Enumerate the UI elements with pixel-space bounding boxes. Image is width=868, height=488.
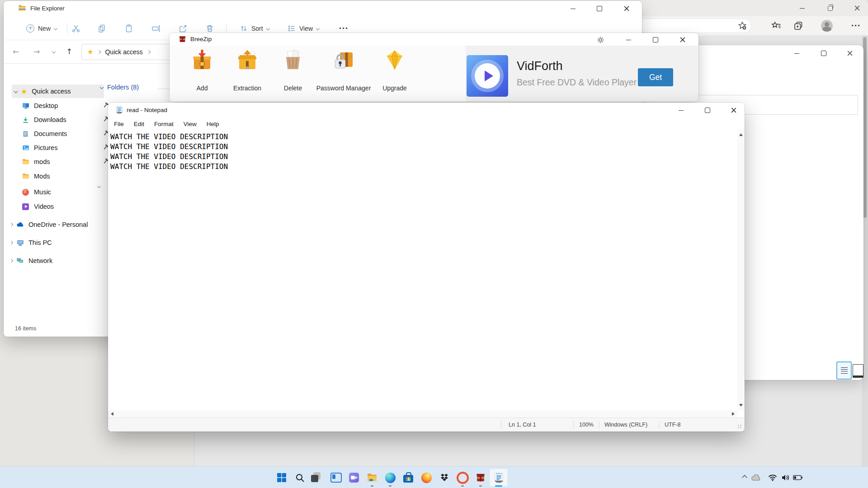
menu-help[interactable]: Help (202, 121, 224, 127)
vertical-scrollbar[interactable] (737, 130, 745, 410)
password-manager-button[interactable]: Password Manager (316, 49, 371, 98)
menu-file[interactable]: File (109, 121, 129, 127)
breezip-close-button[interactable] (673, 33, 693, 47)
resize-grip[interactable] (737, 424, 742, 429)
music-icon (22, 188, 29, 196)
cut-button[interactable] (67, 19, 85, 38)
fe-maximize-button[interactable] (590, 2, 609, 15)
favorites-button[interactable] (770, 20, 782, 32)
scroll-down-arrow[interactable] (739, 404, 743, 407)
up-button[interactable]: ↑ (62, 45, 76, 58)
paste-button[interactable] (120, 19, 138, 38)
chevron-right-icon (97, 50, 101, 54)
toolbar-divider (226, 23, 226, 34)
add-button[interactable]: Add (179, 49, 225, 98)
menu-edit[interactable]: Edit (129, 121, 149, 127)
tool-label: Add (197, 84, 208, 92)
taskbar-origin[interactable] (453, 469, 472, 487)
add-favorite-icon[interactable] (738, 21, 747, 30)
get-button[interactable]: Get (638, 68, 673, 86)
viewer-maximize-button[interactable] (814, 47, 834, 60)
horizontal-scrollbar[interactable] (108, 410, 737, 418)
sidebar-item-network[interactable]: Network (8, 254, 100, 267)
edge-restore-button[interactable] (820, 1, 840, 15)
breezip-minimize-button[interactable] (618, 33, 638, 47)
taskbar-dropbox[interactable] (435, 469, 453, 487)
breadcrumb-root[interactable]: Quick access (105, 48, 142, 56)
chevron-right-icon (9, 223, 13, 226)
sidebar-scroll-chevron[interactable] (98, 181, 100, 189)
sidebar-item-label: Documents (34, 130, 67, 137)
upgrade-button[interactable]: Upgrade (372, 49, 417, 98)
folder-icon (18, 4, 26, 12)
viewer-close-button[interactable] (840, 47, 860, 60)
battery-tray-icon[interactable] (793, 473, 803, 482)
tray-show-hidden-icons[interactable] (740, 473, 750, 482)
volume-tray-icon[interactable] (780, 473, 790, 482)
viewer-minimize-button[interactable] (787, 47, 807, 60)
profile-button[interactable] (821, 20, 833, 32)
fe-minimize-button[interactable] (563, 2, 583, 15)
search-button[interactable] (291, 469, 309, 487)
new-button[interactable]: New (22, 19, 61, 38)
edge-minimize-button[interactable] (792, 1, 812, 15)
taskbar-store[interactable] (399, 469, 417, 487)
copy-button[interactable] (93, 19, 111, 38)
share-icon (179, 24, 188, 33)
notepad-text-area[interactable]: WATCH THE VIDEO DESCRIPTIONWATCH THE VID… (108, 130, 737, 410)
taskbar-file-explorer[interactable] (363, 469, 381, 487)
sidebar-item-label: Mods (34, 173, 50, 180)
sidebar-item-desktop[interactable]: Desktop (22, 99, 114, 113)
fe-close-button[interactable] (617, 2, 637, 15)
sidebar-item-downloads[interactable]: Downloads (22, 113, 114, 127)
sidebar-item-documents[interactable]: Documents (22, 127, 114, 141)
breezip-settings-button[interactable] (590, 33, 610, 47)
notepad-close-button[interactable] (724, 103, 744, 117)
back-button[interactable]: ← (9, 45, 23, 58)
breezip-maximize-button[interactable] (646, 33, 665, 47)
menu-format[interactable]: Format (149, 121, 179, 127)
start-button[interactable] (273, 469, 291, 487)
firefox-icon (421, 473, 432, 483)
scroll-right-arrow[interactable] (732, 412, 735, 416)
scroll-left-arrow[interactable] (111, 412, 113, 416)
sidebar-item-label: This PC (28, 239, 52, 246)
rename-button[interactable] (147, 19, 165, 38)
taskbar-notepad-active[interactable] (490, 469, 508, 487)
edge-close-button[interactable] (847, 1, 867, 15)
chat-button[interactable] (345, 469, 363, 487)
delete-button[interactable]: Delete (270, 49, 316, 98)
taskbar-firefox[interactable] (417, 469, 435, 487)
cloud-icon (751, 474, 761, 481)
forward-button[interactable]: → (30, 45, 43, 58)
task-view-button[interactable] (309, 469, 327, 487)
recent-locations-button[interactable] (47, 45, 61, 58)
taskbar-breezip[interactable] (472, 469, 490, 487)
page-view-toggle[interactable] (853, 364, 863, 378)
list-view-toggle[interactable] (836, 361, 852, 380)
notepad-window: read - Notepad File Edit Format View Hel… (108, 103, 745, 432)
widgets-button[interactable] (327, 469, 345, 487)
onedrive-tray-icon[interactable] (751, 473, 761, 482)
notepad-minimize-button[interactable] (671, 103, 691, 117)
sidebar-item-pictures[interactable]: Pictures (22, 141, 114, 155)
collections-button[interactable] (793, 20, 804, 32)
sidebar-item-videos[interactable]: Videos (22, 200, 114, 213)
chevron-right-icon (9, 241, 13, 244)
extraction-button[interactable]: Extraction (225, 49, 270, 98)
wifi-tray-icon[interactable] (768, 473, 778, 482)
folders-group-header[interactable]: Folders (8) (100, 84, 139, 91)
edge-settings-button[interactable] (850, 20, 862, 32)
file-explorer-titlebar: File Explorer (18, 4, 65, 12)
notepad-maximize-button[interactable] (698, 103, 717, 117)
edge-scrollbar-thumb[interactable] (863, 37, 867, 218)
menu-view[interactable]: View (179, 121, 202, 127)
taskbar-edge[interactable] (381, 469, 399, 487)
scroll-up-arrow[interactable] (739, 133, 743, 136)
sidebar-item-this-pc[interactable]: This PC (8, 236, 100, 249)
sidebar-item-mods[interactable]: mods (22, 155, 114, 169)
sidebar-item-quick-access[interactable]: ★ Quick access (12, 84, 104, 98)
sidebar-item-label: Desktop (34, 102, 58, 109)
taskbar: 8:01 AM 2/17/2022 4 (0, 466, 868, 488)
sidebar-item-onedrive[interactable]: OneDrive - Personal (8, 218, 100, 231)
